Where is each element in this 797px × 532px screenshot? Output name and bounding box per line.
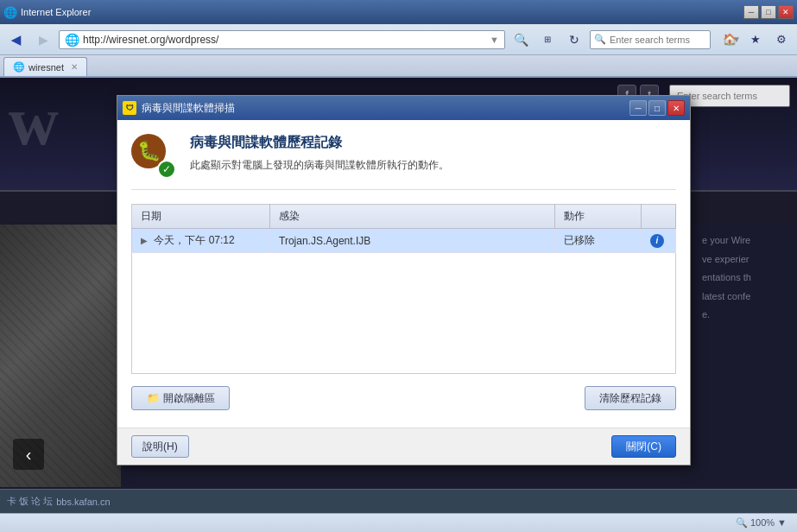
- toolbar-icons: 🏠 ★ ⚙: [718, 28, 794, 51]
- status-right: 🔍 100% ▼: [732, 517, 790, 529]
- date-value: 今天，下午 07:12: [154, 234, 234, 246]
- empty-space: [132, 253, 676, 374]
- table-header-row: 日期 感染 動作: [132, 205, 676, 229]
- browser-tab[interactable]: 🌐 wiresnet ✕: [3, 57, 87, 76]
- tab-bar: 🌐 wiresnet ✕: [0, 55, 797, 78]
- search-bar[interactable]: 🔍 ▼: [590, 30, 711, 49]
- status-bar: 🔍 100% ▼: [0, 513, 797, 532]
- dialog-action-buttons: 📁 開啟隔離區 清除歷程記錄: [131, 386, 676, 414]
- cell-action: 已移除: [555, 229, 642, 253]
- search-input[interactable]: [610, 35, 729, 45]
- browser-title: Internet Explorer: [21, 7, 91, 17]
- cell-info: i: [642, 229, 676, 253]
- dialog-header-text: 病毒與間諜軟體歷程記錄 此處顯示對電腦上發現的病毒與間諜軟體所執行的動作。: [190, 134, 676, 173]
- col-date-header: 日期: [132, 205, 270, 229]
- shield-check-icon: ✓: [157, 160, 176, 179]
- table-row[interactable]: ▶ 今天，下午 07:12 Trojan.JS.Agent.IJB 已移除 i: [132, 229, 676, 253]
- title-bar-left: 🌐 Internet Explorer: [3, 6, 91, 19]
- dialog-title-icon: 🛡: [123, 101, 136, 115]
- page-area: w f t ule Wh e your Wire ve experier ent…: [0, 78, 797, 513]
- home-btn[interactable]: 🏠: [718, 28, 742, 51]
- browser-close-btn[interactable]: ✕: [778, 5, 794, 19]
- quarantine-btn-label: 開啟隔離區: [163, 391, 215, 406]
- dialog-main-title: 病毒與間諜軟體歷程記錄: [190, 134, 676, 152]
- address-bar[interactable]: 🌐 http://wiresnet.org/wordpress/ ▼: [59, 30, 505, 49]
- tools-btn[interactable]: ⚙: [769, 28, 794, 51]
- info-icon[interactable]: i: [650, 234, 664, 248]
- col-infection-header: 感染: [270, 205, 555, 229]
- help-btn[interactable]: 說明(H): [131, 435, 189, 458]
- dialog-title-text: 病毒與間諜軟體掃描: [142, 101, 624, 116]
- clear-history-btn[interactable]: 清除歷程記錄: [585, 386, 676, 410]
- dialog-overlay: 🛡 病毒與間諜軟體掃描 ─ □ ✕ 🐛 ✓: [0, 78, 797, 513]
- quarantine-icon: 📁: [146, 391, 160, 405]
- dialog-minimize-btn[interactable]: ─: [629, 100, 647, 116]
- url-text: http://wiresnet.org/wordpress/: [83, 34, 486, 46]
- search-icon: 🔍: [594, 34, 606, 45]
- cell-date: ▶ 今天，下午 07:12: [132, 229, 270, 253]
- refresh-btn[interactable]: ↻: [562, 28, 586, 51]
- quarantine-btn[interactable]: 📁 開啟隔離區: [131, 386, 230, 410]
- clear-btn-label: 清除歷程記錄: [599, 391, 661, 406]
- browser-window: 🌐 Internet Explorer ─ □ ✕ ◀ ▶ 🌐 http://w…: [0, 0, 797, 532]
- nav-bar: ◀ ▶ 🌐 http://wiresnet.org/wordpress/ ▼ 🔍…: [0, 24, 797, 55]
- dialog-subtitle: 此處顯示對電腦上發現的病毒與間諜軟體所執行的動作。: [190, 157, 676, 173]
- dialog-footer: 說明(H) 關閉(C): [117, 428, 690, 465]
- search-magnify-btn[interactable]: 🔍: [509, 28, 533, 51]
- col-extra-header: [642, 205, 676, 229]
- nav-extra-btn1[interactable]: ⊞: [535, 28, 560, 51]
- antivirus-dialog: 🛡 病毒與間諜軟體掃描 ─ □ ✕ 🐛 ✓: [117, 95, 691, 466]
- back-button[interactable]: ◀: [3, 28, 28, 51]
- dialog-body: 🐛 ✓ 病毒與間諜軟體歷程記錄 此處顯示對電腦上發現的病毒與間諜軟體所執行的動作…: [117, 120, 690, 428]
- dialog-maximize-btn[interactable]: □: [648, 100, 666, 116]
- tab-label: wiresnet: [28, 62, 64, 73]
- dialog-title-bar: 🛡 病毒與間諜軟體掃描 ─ □ ✕: [117, 96, 690, 120]
- nav-right-icons: 🔍 ⊞ ↻: [509, 28, 586, 51]
- forward-button[interactable]: ▶: [31, 28, 55, 51]
- dialog-large-icon: 🐛 ✓: [131, 134, 176, 179]
- close-dialog-btn[interactable]: 關閉(C): [611, 435, 676, 458]
- title-bar-buttons: ─ □ ✕: [743, 5, 794, 19]
- empty-row: [132, 253, 676, 374]
- zoom-control[interactable]: 🔍 100% ▼: [732, 517, 790, 529]
- title-bar: 🌐 Internet Explorer ─ □ ✕: [0, 0, 797, 24]
- row-expand-arrow[interactable]: ▶: [141, 236, 148, 245]
- browser-minimize-btn[interactable]: ─: [743, 5, 759, 19]
- dialog-title-buttons: ─ □ ✕: [629, 100, 685, 116]
- favorites-btn[interactable]: ★: [743, 28, 768, 51]
- col-action-header: 動作: [555, 205, 642, 229]
- browser-maximize-btn[interactable]: □: [761, 5, 776, 19]
- cell-infection: Trojan.JS.Agent.IJB: [270, 229, 555, 253]
- dialog-header: 🐛 ✓ 病毒與間諜軟體歷程記錄 此處顯示對電腦上發現的病毒與間諜軟體所執行的動作…: [131, 134, 676, 190]
- infection-table: 日期 感染 動作 ▶ 今天，下午 07:12: [131, 204, 676, 374]
- tab-close-btn[interactable]: ✕: [71, 62, 78, 72]
- dialog-close-x-btn[interactable]: ✕: [667, 100, 685, 116]
